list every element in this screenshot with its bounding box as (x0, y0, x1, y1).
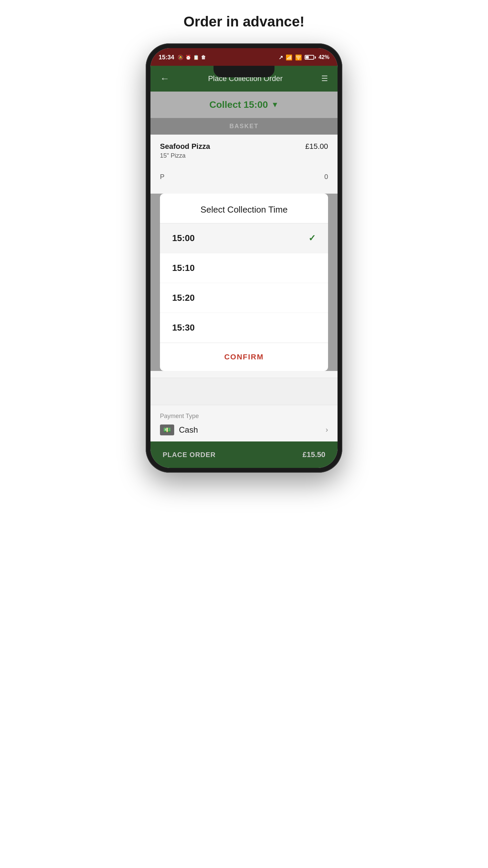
place-order-price: £15.50 (303, 450, 325, 459)
status-notification-icons: 🔕 ⏰ 📋 🗑 (178, 55, 206, 60)
time-option-1530[interactable]: 15:30 (160, 313, 328, 343)
collect-time-button[interactable]: Collect 15:00 ▼ (209, 99, 279, 110)
chevron-down-icon: ▼ (271, 100, 279, 109)
battery-fill (306, 56, 309, 59)
spacer (150, 378, 338, 405)
page-heading: Order in advance! (183, 14, 304, 30)
phone-screen: 15:34 🔕 ⏰ 📋 🗑 ↗ 📶 🛜 42% (150, 48, 338, 468)
battery-percent: 42% (319, 54, 329, 60)
item-name: Seafood Pizza (160, 142, 210, 151)
partial-price: 0 (324, 173, 328, 181)
basket-item: Seafood Pizza 15" Pizza £15.00 (150, 135, 338, 167)
status-time: 15:34 (159, 54, 174, 61)
collection-time-modal: Select Collection Time 15:00 ✓ 15:10 15:… (160, 194, 328, 371)
time-label-1510: 15:10 (172, 263, 195, 273)
battery-indicator (305, 55, 316, 60)
modal-title: Select Collection Time (160, 194, 328, 223)
payment-left: 💵 Cash (160, 425, 198, 435)
confirm-label: CONFIRM (224, 353, 264, 361)
partial-label: P (160, 173, 164, 181)
time-label-1520: 15:20 (172, 293, 195, 303)
chevron-right-icon: › (326, 426, 328, 434)
notch (214, 66, 274, 77)
collect-time-bar: Collect 15:00 ▼ (150, 92, 338, 118)
item-info: Seafood Pizza 15" Pizza (160, 142, 210, 159)
battery-body (305, 55, 314, 60)
place-order-bar[interactable]: PLACE ORDER £15.50 (150, 441, 338, 468)
status-right-area: ↗ 📶 🛜 42% (279, 54, 329, 61)
back-button[interactable]: ← (160, 73, 169, 84)
place-order-label: PLACE ORDER (163, 451, 216, 459)
battery-tip (315, 56, 316, 59)
status-bar: 15:34 🔕 ⏰ 📋 🗑 ↗ 📶 🛜 42% (150, 48, 338, 66)
payment-type-label: Payment Type (160, 413, 328, 420)
cellular-icon: 📶 (286, 54, 292, 61)
item-price: £15.00 (305, 142, 328, 151)
alarm-icon: ⏰ (185, 55, 191, 60)
signal-icon: ↗ (279, 54, 283, 61)
time-option-1520[interactable]: 15:20 (160, 283, 328, 313)
modal-overlay: Select Collection Time 15:00 ✓ 15:10 15:… (150, 194, 338, 371)
time-option-1510[interactable]: 15:10 (160, 253, 328, 283)
collect-time-text: Collect 15:00 (209, 99, 268, 110)
clipboard-icon: 📋 (193, 55, 199, 60)
delete-icon: 🗑 (201, 55, 206, 60)
cash-icon: 💵 (160, 425, 174, 435)
mute-icon: 🔕 (178, 55, 183, 60)
confirm-button[interactable]: CONFIRM (160, 343, 328, 371)
menu-button[interactable]: ☰ (321, 74, 328, 83)
wifi-icon: 🛜 (295, 54, 302, 61)
time-label-1500: 15:00 (172, 233, 195, 243)
item-size: 15" Pizza (160, 152, 210, 159)
phone-shell: 15:34 🔕 ⏰ 📋 🗑 ↗ 📶 🛜 42% (146, 43, 342, 473)
payment-row[interactable]: 💵 Cash › (160, 425, 328, 435)
app-content: Seafood Pizza 15" Pizza £15.00 P 0 (150, 135, 338, 187)
payment-section: Payment Type 💵 Cash › (150, 405, 338, 441)
time-label-1530: 15:30 (172, 322, 195, 333)
basket-label: BASKET (229, 123, 259, 130)
checkmark-icon: ✓ (308, 233, 316, 243)
basket-header: BASKET (150, 118, 338, 135)
partial-basket-row: P 0 (150, 167, 338, 187)
status-time-area: 15:34 🔕 ⏰ 📋 🗑 (159, 54, 206, 61)
bottom-content: Payment Type 💵 Cash › (150, 378, 338, 441)
payment-name: Cash (179, 425, 198, 435)
time-option-1500[interactable]: 15:00 ✓ (160, 223, 328, 253)
